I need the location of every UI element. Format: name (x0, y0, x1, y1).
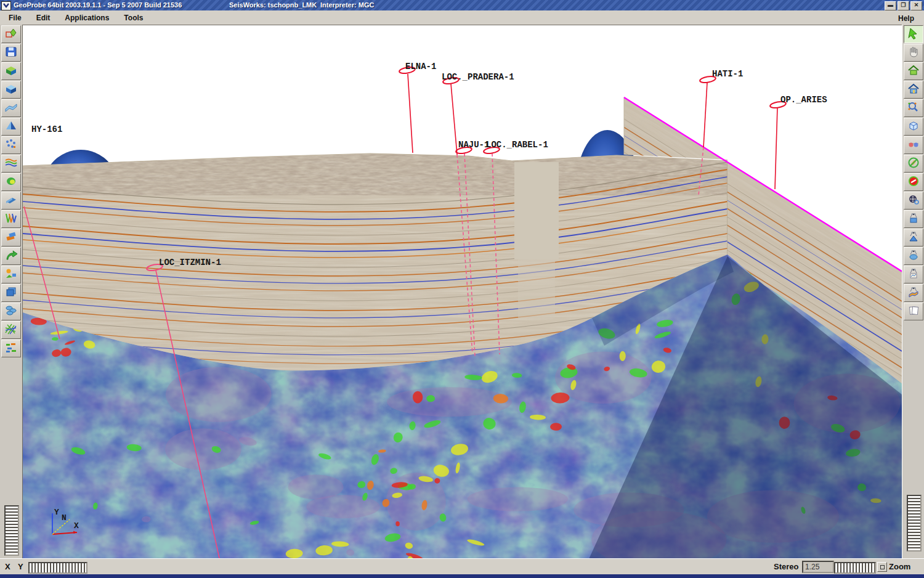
scene-objects-icon (4, 267, 18, 282)
point-set-button[interactable] (1, 136, 21, 154)
scene-objects-button[interactable] (1, 266, 21, 283)
no-entry-icon (907, 175, 920, 190)
snapshot-ellipse-icon (907, 249, 920, 264)
well-label: LOC._PRADERA-1 (442, 72, 514, 82)
well-label: HY-161 (31, 124, 62, 134)
stereo-slider[interactable] (834, 562, 876, 574)
patch-set-button[interactable] (1, 340, 21, 357)
snapshot-pyramid-button[interactable] (904, 229, 923, 246)
session-title: SeisWorks: tschopnb_LMK (229, 0, 317, 10)
close-button[interactable]: ✕ (910, 1, 922, 10)
stereo-glasses-button[interactable] (904, 136, 923, 154)
stereo-label: Stereo (774, 562, 798, 571)
home-blue-button[interactable] (904, 81, 923, 99)
surface-ribbon-icon (4, 101, 18, 116)
draw-disable-icon (907, 157, 920, 171)
snapshot-probe-button[interactable] (904, 210, 923, 228)
home-blue-icon (907, 83, 920, 97)
eraser-button[interactable] (1, 229, 21, 246)
right-toolbar (902, 25, 924, 558)
home-green-button[interactable] (904, 62, 923, 80)
fault-lines-button[interactable] (1, 321, 21, 339)
shapes-logo-button[interactable] (1, 25, 21, 43)
pan-hand-icon (907, 46, 920, 60)
green-probe-button[interactable] (1, 62, 21, 80)
left-toolbar (0, 25, 23, 558)
blue-probe-icon (4, 83, 18, 97)
window-menu-icon[interactable] (1, 1, 11, 10)
geobody-icon (4, 175, 18, 190)
select-pointer-icon (907, 27, 920, 42)
save-icon (4, 46, 18, 60)
eraser-icon (4, 230, 18, 245)
stereo-glasses-icon (907, 138, 920, 153)
snapshot-frame-button[interactable] (904, 266, 923, 283)
point-set-icon (4, 138, 18, 153)
ellipse-set-button[interactable] (1, 303, 21, 320)
horizon-stack-icon (4, 157, 18, 171)
zoom-label: Zoom (889, 562, 910, 571)
bounding-cube-icon (907, 120, 920, 134)
pan-hand-button[interactable] (904, 44, 923, 62)
left-pan-slider[interactable] (4, 505, 19, 556)
fault-lines-icon (4, 323, 18, 338)
surface-ribbon-button[interactable] (1, 99, 21, 117)
x-axis-label: X (5, 562, 10, 571)
select-pointer-button[interactable] (904, 25, 923, 43)
documents-icon (907, 304, 920, 319)
green-arrow-icon (4, 249, 18, 264)
menu-applications[interactable]: Applications (59, 12, 115, 24)
shapes-logo-icon (4, 27, 18, 42)
menu-tools[interactable]: Tools (118, 12, 149, 24)
green-arrow-button[interactable] (1, 247, 21, 265)
xy-slider[interactable] (28, 562, 87, 574)
zoom-mode-button[interactable] (877, 562, 887, 572)
no-entry-button[interactable] (904, 173, 923, 191)
snapshot-pyramid-icon (907, 230, 920, 245)
3d-viewport[interactable]: HY-161ELNA-1LOC._PRADERA-1NAJU-1LOC._RAB… (22, 25, 902, 559)
movie-capture-icon (907, 193, 920, 208)
menu-help[interactable]: Help (894, 12, 918, 25)
multi-wells-button[interactable] (1, 210, 21, 228)
snapshot-probe-icon (907, 212, 920, 227)
maximize-button[interactable]: ❐ (898, 1, 909, 10)
slab-icon (4, 193, 18, 208)
well-label: OP._ARIES (780, 95, 827, 105)
window-bottom-edge (0, 574, 924, 578)
seismic-scene[interactable]: HY-161ELNA-1LOC._PRADERA-1NAJU-1LOC._RAB… (23, 25, 902, 559)
bounding-cube-button[interactable] (904, 118, 923, 136)
copy-frames-button[interactable] (1, 284, 21, 302)
well-label: NAJU-1 (458, 140, 489, 150)
green-probe-icon (4, 64, 18, 79)
titlebar[interactable]: GeoProbe 64bit 2003.19.1.1 - Sep 5 2007 … (0, 0, 924, 10)
minimize-button[interactable]: ▬ (885, 1, 896, 10)
horizon-stack-button[interactable] (1, 155, 21, 173)
pyramid-button[interactable] (1, 118, 21, 136)
zoom-slider-vertical[interactable] (907, 495, 922, 552)
seismic-data-gap (514, 162, 559, 259)
ellipse-set-icon (4, 304, 18, 319)
menu-file[interactable]: File (2, 12, 28, 24)
draw-disable-button[interactable] (904, 155, 923, 173)
snapshot-surface-button[interactable] (904, 284, 923, 302)
zoom-preferences-button[interactable] (904, 99, 923, 117)
blue-probe-button[interactable] (1, 81, 21, 99)
snapshot-ellipse-button[interactable] (904, 247, 923, 265)
patch-set-icon (4, 341, 18, 356)
movie-capture-button[interactable] (904, 192, 923, 210)
stereo-value-input[interactable] (802, 561, 834, 573)
statusbar: X Y Stereo Zoom (0, 558, 924, 575)
geobody-button[interactable] (1, 173, 21, 191)
save-button[interactable] (1, 44, 21, 62)
window-title: GeoProbe 64bit 2003.19.1.1 - Sep 5 2007 … (14, 0, 182, 10)
snapshot-frame-icon (907, 267, 920, 282)
slab-button[interactable] (1, 192, 21, 210)
documents-button[interactable] (904, 303, 923, 320)
y-axis-label: Y (18, 562, 23, 571)
zoom-preferences-icon (907, 101, 920, 116)
menu-edit[interactable]: Edit (30, 12, 57, 24)
pyramid-icon (4, 120, 18, 134)
copy-frames-icon (4, 286, 18, 301)
axis-y-label: Y (54, 508, 59, 517)
well-label: LOC._RABEL-1 (486, 140, 548, 150)
